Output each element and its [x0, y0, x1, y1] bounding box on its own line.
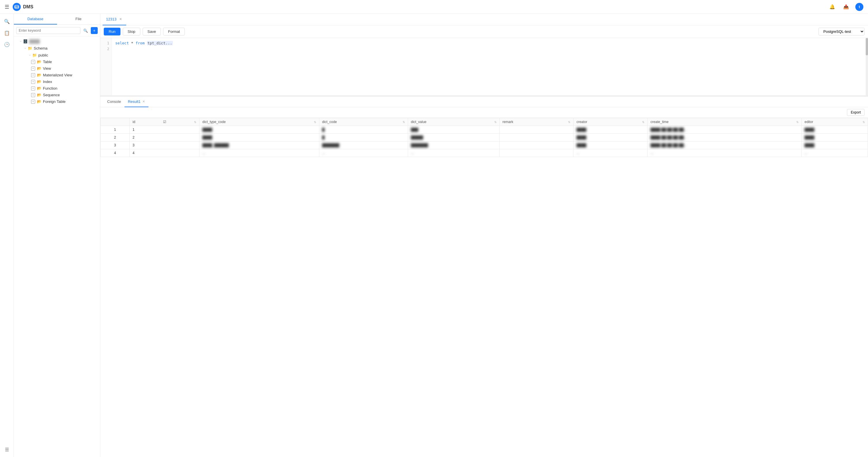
result1-tab[interactable]: Result1 ✕ — [124, 97, 148, 107]
table-expand-icon[interactable]: + — [31, 60, 35, 64]
database-tab[interactable]: Database — [14, 14, 57, 25]
col2-sort-icon[interactable]: ⇅ — [314, 120, 316, 124]
foreign-table-expand-icon[interactable]: + — [31, 100, 35, 104]
view-node[interactable]: + 📂 View — [14, 65, 100, 72]
logs-sidebar-icon[interactable]: ☰ — [2, 444, 12, 455]
history-sidebar-icon[interactable]: 🕒 — [2, 39, 12, 50]
export-button[interactable]: Export — [847, 109, 865, 116]
index-node[interactable]: + 📂 Index — [14, 79, 100, 85]
data-cell: ████ ██ ██ ██:██... — [648, 126, 801, 134]
keyword-from: from — [135, 41, 144, 45]
data-cell: ███████ — [319, 142, 408, 149]
th-col3[interactable]: dict_code ⇅ — [319, 118, 408, 126]
stop-button[interactable]: Stop — [123, 28, 141, 35]
add-button[interactable]: + — [91, 27, 98, 34]
view-folder-icon: 📂 — [37, 66, 41, 70]
save-button[interactable]: Save — [143, 28, 161, 35]
public-node[interactable]: 📁 public — [14, 52, 100, 59]
line-number-2: 2 — [100, 46, 112, 52]
id-checkbox[interactable]: ☑ — [162, 120, 167, 124]
public-toggle[interactable] — [28, 53, 32, 57]
app-title: DMS — [23, 4, 33, 9]
root-label: ████ — [29, 39, 40, 43]
sequence-node[interactable]: + 📂 Sequence — [14, 92, 100, 98]
col6-sort-icon[interactable]: ⇅ — [642, 120, 644, 124]
th-col7[interactable]: create_time ⇅ — [648, 118, 801, 126]
line-number-1: 1 — [100, 40, 112, 46]
query-tab-12313[interactable]: 12313 ✕ — [102, 14, 126, 25]
schema-icon: 📁 — [28, 46, 32, 51]
id-sort-icon[interactable]: ⇅ — [194, 120, 196, 124]
logo-icon — [13, 3, 21, 11]
function-expand-icon[interactable]: + — [31, 86, 35, 90]
search-sidebar-icon[interactable]: 🔍 — [2, 16, 12, 27]
upload-icon[interactable]: 📤 — [841, 2, 851, 11]
table-name: tpt_dict... — [147, 41, 173, 45]
db-selector[interactable]: PostgreSQL-test — [818, 28, 865, 35]
sql-editor[interactable]: 1 2 select * from tpt_dict... — [100, 38, 868, 96]
th-col5-label: remark — [503, 120, 513, 124]
view-expand-icon[interactable]: + — [31, 67, 35, 70]
console-tab[interactable]: Console — [104, 97, 124, 107]
table-node[interactable]: + 📂 Table — [14, 59, 100, 65]
mat-view-expand-icon[interactable]: + — [31, 73, 35, 77]
table-sidebar-icon[interactable]: 📋 — [2, 28, 12, 38]
th-id-label: id — [132, 120, 135, 124]
col5-sort-icon[interactable]: ⇅ — [568, 120, 570, 124]
th-col2-label: dict_type_code — [202, 120, 226, 124]
data-cell: ... — [319, 149, 408, 157]
svg-point-0 — [15, 5, 19, 7]
code-area[interactable]: select * from tpt_dict... — [112, 38, 868, 95]
th-id[interactable]: id ☑ ⇅ — [130, 118, 199, 126]
table-folder-icon: 📂 — [37, 60, 41, 64]
th-col5[interactable]: remark ⇅ — [499, 118, 574, 126]
table-row[interactable]: 11████████████████ ██ ██ ██:██...████ — [100, 126, 868, 134]
run-button[interactable]: Run — [104, 28, 120, 35]
root-toggle[interactable] — [19, 39, 23, 43]
query-tab-label: 12313 — [106, 17, 117, 21]
query-tab-close[interactable]: ✕ — [118, 17, 123, 22]
hamburger-menu-icon[interactable]: ☰ — [5, 4, 9, 10]
format-button[interactable]: Format — [163, 28, 185, 35]
foreign-table-node[interactable]: + 📂 Foreign Table — [14, 98, 100, 105]
line-numbers: 1 2 — [100, 38, 112, 95]
data-cell: ████ — [801, 126, 868, 134]
schema-toggle[interactable] — [23, 46, 28, 51]
search-input[interactable] — [16, 27, 81, 34]
search-button[interactable]: 🔍 — [82, 27, 89, 34]
foreign-table-folder-icon: 📂 — [37, 99, 41, 104]
data-cell — [499, 134, 574, 142]
data-cell — [499, 142, 574, 149]
editor-scrollbar-thumb[interactable] — [866, 38, 868, 55]
data-cell: ... — [408, 149, 499, 157]
th-col8[interactable]: editor ⇅ — [801, 118, 868, 126]
th-col2[interactable]: dict_type_code ⇅ — [199, 118, 319, 126]
th-col6-label: creator — [576, 120, 587, 124]
materialized-view-node[interactable]: + 📂 Materialized View — [14, 72, 100, 79]
logo-area: DMS — [13, 3, 33, 11]
table-row[interactable]: 44.................. — [100, 149, 868, 157]
row-num-cell: 4 — [100, 149, 130, 157]
col7-sort-icon[interactable]: ⇅ — [796, 120, 799, 124]
data-cell: ████_██████ — [199, 142, 319, 149]
data-cell: ████ ██ ██ ██:██... — [648, 134, 801, 142]
col8-sort-icon[interactable]: ⇅ — [863, 120, 865, 124]
result1-tab-label: Result1 — [128, 99, 141, 104]
notification-icon[interactable]: 🔔 — [828, 2, 837, 11]
th-col4[interactable]: dict_value ⇅ — [408, 118, 499, 126]
file-tab[interactable]: File — [57, 14, 100, 25]
tree-root-node[interactable]: 🗄️ ████ — [14, 38, 100, 45]
table-row[interactable]: 22██████████████████ ██ ██ ██:██...████ — [100, 134, 868, 142]
result-table-wrap[interactable]: id ☑ ⇅ dict_type_code ⇅ — [100, 118, 868, 457]
index-expand-icon[interactable]: + — [31, 80, 35, 84]
schema-node[interactable]: 📁 Schema — [14, 45, 100, 52]
col4-sort-icon[interactable]: ⇅ — [494, 120, 497, 124]
col3-sort-icon[interactable]: ⇅ — [403, 120, 405, 124]
table-row[interactable]: 33████_████████████████████████████ ██ █… — [100, 142, 868, 149]
th-col6[interactable]: creator ⇅ — [574, 118, 648, 126]
sequence-expand-icon[interactable]: + — [31, 93, 35, 97]
row-num-cell: 2 — [100, 134, 130, 142]
function-node[interactable]: + 📂 Function — [14, 85, 100, 92]
result1-tab-close[interactable]: ✕ — [142, 100, 145, 103]
avatar[interactable]: t — [855, 3, 863, 11]
